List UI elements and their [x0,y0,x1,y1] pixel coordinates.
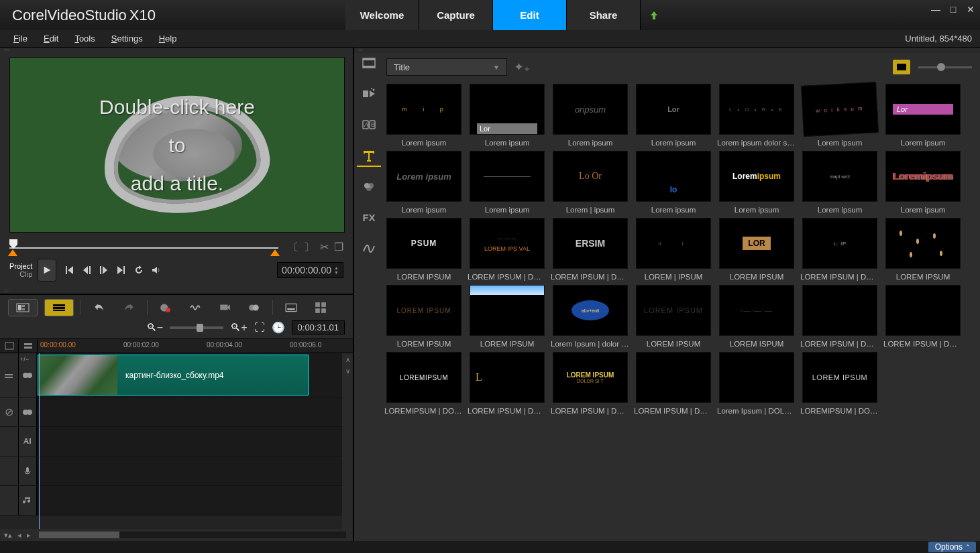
next-frame-button[interactable] [95,261,113,279]
timecode-spinner[interactable]: ▲▼ [334,265,339,275]
path-tab[interactable] [357,238,381,259]
title-preset[interactable]: m i pLorem ipsum [384,84,464,147]
timeline-clip[interactable]: картинг-близко_сбоку.mp4 [38,355,309,395]
scrub-bar[interactable] [9,243,278,253]
mark-in-button[interactable]: 〔 [288,241,298,255]
title-preset[interactable]: LOREM IPSUM | DOL… [633,352,714,415]
title-preset[interactable]: ERSIMLOREM IPSUM | DOL… [550,218,631,281]
title-preset[interactable]: — — —LOREM IPS VALLOREM IPSUM | DOL… [467,218,547,281]
fx-tab[interactable]: FX [357,207,381,229]
thumbnail-view-button[interactable] [893,60,910,74]
title-preset[interactable]: LOREM IPSUMDOLOR SI TLOREM IPSUM | DOL… [550,352,631,415]
category-select[interactable]: Title ▼ [386,58,507,76]
title-preset[interactable]: d LLOREM | IPSUM [633,218,714,281]
title-preset[interactable]: Lo OrLorem | ipsum [550,151,631,214]
menu-edit[interactable]: Edit [44,34,58,44]
track-header-icon-2[interactable] [19,339,38,353]
title-preset[interactable]: LOREM IPSUM [883,218,963,281]
volume-button[interactable] [148,261,165,279]
timeline-vscroll[interactable]: ∧∨ [342,353,353,529]
media-tab[interactable] [357,53,381,74]
title-preset[interactable]: Lorem ipsum [467,151,547,214]
add-track-button[interactable]: +/− [20,356,29,363]
go-start-button[interactable] [60,261,78,279]
zoom-slider[interactable] [170,326,223,329]
audio-mixer-button[interactable] [184,299,207,316]
library-grip[interactable]: :::::::::: [354,48,980,53]
undo-button[interactable] [88,299,111,316]
tl-collapse-icon[interactable]: ▾▴ [4,531,12,540]
title-preset[interactable]: abv+anilLorem Ipsum | dolor sit … [550,285,631,348]
mode-clip-label[interactable]: Clip [9,270,32,278]
tab-edit[interactable]: Edit [493,0,567,30]
title-preset[interactable]: LoremipsumLorem ipsum [883,151,963,214]
zoom-out-button[interactable]: 🔍︎− [146,322,163,334]
redo-button[interactable] [117,299,140,316]
title-preset[interactable]: оripsumLorem ipsum [550,84,631,147]
title-track[interactable] [0,427,353,456]
mark-in-icon[interactable] [8,249,17,256]
title-preset[interactable]: Lorem Ipsum | DOLOR … [716,352,797,415]
maximize-icon[interactable]: □ [948,4,959,15]
playhead-icon[interactable] [9,239,17,246]
title-track-icon[interactable] [19,427,38,456]
title-preset[interactable]: LOREM IPSUM [467,285,547,348]
transition-tab[interactable] [357,84,381,105]
title-preset[interactable]: LOREM IPSUM | DOL… [800,285,880,348]
play-button[interactable] [38,259,56,282]
track-lock-icon[interactable] [0,353,19,397]
title-preset[interactable]: LOREMIPSUMLOREMIPSUM | DOLO… [384,352,464,415]
title-preset[interactable]: LOREM IPSUMLOREM IPSUM [633,285,714,348]
voice-track[interactable] [0,456,353,486]
minimize-icon[interactable]: — [930,4,941,15]
close-icon[interactable]: ✕ [965,4,976,15]
title-preset[interactable]: L • O • R • ELorem ipsum dolor sit a… [716,84,797,147]
options-button[interactable]: Options ⌃ [928,542,976,552]
multicam-button[interactable] [309,299,332,316]
menu-help[interactable]: Help [159,34,177,44]
filter-tab[interactable] [357,176,381,198]
tab-welcome[interactable]: Welcome [345,0,419,30]
title-preset[interactable]: LORLOREM IPSUM [716,218,797,281]
zoom-in-button[interactable]: 🔍︎+ [230,322,247,334]
snapshot-button[interactable]: ❐ [334,241,343,255]
record-button[interactable] [154,299,177,316]
title-preset[interactable]: LorLorem ipsum [883,84,963,147]
graphic-tab[interactable]: AB [357,115,381,136]
playback-mode-label[interactable]: Project Clip [9,262,32,278]
title-preset[interactable]: LLOREM IPSUM | DOL… [467,352,547,415]
auto-music-button[interactable] [213,299,236,316]
title-preset[interactable]: mapi wrctLorem ipsum [800,151,880,214]
music-track-icon[interactable] [19,486,38,515]
preview-viewport[interactable]: Double-click here to add a title. [9,57,345,233]
title-preset[interactable]: L: :IPLOREM IPSUM | DOL… [800,218,880,281]
timeline-ruler[interactable]: 00:00:00.00 00:00:02.00 00:00:04.00 00:0… [0,339,353,353]
title-preset[interactable]: w o r k s u mLorem ipsum [800,84,880,147]
track-header-icon-1[interactable] [0,339,19,353]
project-duration[interactable]: 0:00:31.01 [292,320,345,334]
timeline-grip[interactable]: :::::::::: [0,288,353,294]
mark-out-button[interactable]: 〕 [304,241,315,255]
title-preset[interactable]: LOREM IPSUM | DOL… [883,285,963,348]
menu-tools[interactable]: Tools [74,34,95,44]
upgrade-button[interactable] [641,0,667,30]
title-preset[interactable]: ·—·—·—LOREM ISPUM [716,285,797,348]
title-preset[interactable]: Lorem ipsumLorem ipsum [384,151,464,214]
loop-button[interactable] [130,261,148,279]
title-preset[interactable]: Lorem ipsumLorem ipsum [716,151,797,214]
title-preset[interactable]: loLorem ipsum [633,151,714,214]
title-preset[interactable]: LorLorem ipsum [633,84,714,147]
timecode-display[interactable]: 00:00:00.00 ▲▼ [277,262,343,278]
multitrim-button[interactable] [243,299,266,316]
timeline-hscroll[interactable] [39,532,346,538]
preview-title-overlay[interactable]: Double-click here to add a title. [10,58,344,232]
video-track-1[interactable]: картинг-близко_сбоку.mp4 [0,353,353,397]
tl-scroll-left[interactable]: ◂ [17,531,21,540]
voice-track-icon[interactable] [19,456,38,485]
go-end-button[interactable] [113,261,130,279]
menu-file[interactable]: File [13,34,28,44]
title-preset[interactable]: PSUMLOREM IPSUM [384,218,464,281]
storyboard-view-button[interactable] [8,299,38,316]
subtitle-editor-button[interactable] [280,299,303,316]
split-clip-button[interactable]: ✂ [320,241,329,255]
